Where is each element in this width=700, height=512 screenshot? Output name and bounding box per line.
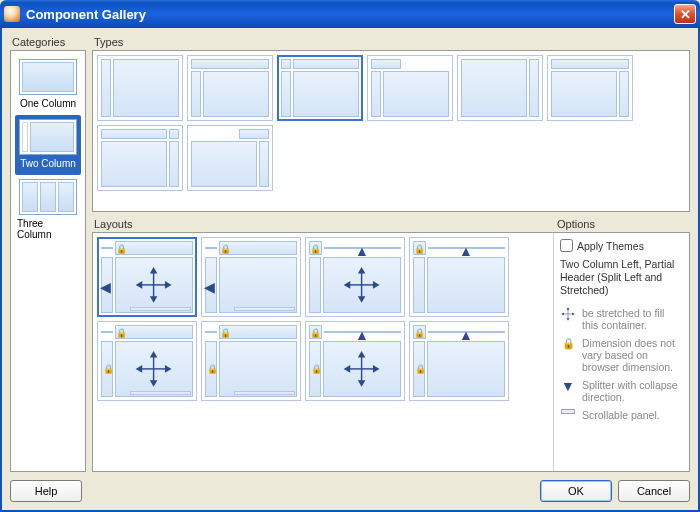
category-thumb	[19, 119, 77, 155]
svg-marker-21	[358, 380, 366, 387]
layout-description: Two Column Left, Partial Header (Split L…	[560, 258, 683, 297]
stretch-icon	[324, 258, 400, 312]
svg-marker-4	[136, 281, 143, 289]
legend-text: be stretched to fill this container.	[582, 307, 683, 331]
svg-marker-3	[150, 296, 158, 303]
category-item-two-column[interactable]: Two Column	[15, 115, 81, 175]
svg-marker-9	[358, 296, 366, 303]
type-item[interactable]	[97, 55, 183, 121]
category-label: One Column	[20, 98, 76, 109]
layout-item[interactable]: 🔒▲ 🔒	[409, 321, 509, 401]
lock-icon: 🔒	[116, 244, 127, 254]
apply-themes-input[interactable]	[560, 239, 573, 252]
legend-row: Scrollable panel.	[560, 409, 683, 421]
ok-button[interactable]: OK	[540, 480, 612, 502]
layouts-panel: 🔒 ◀ 🔒 ◀ 🔒▲	[93, 233, 554, 471]
type-item[interactable]	[187, 55, 273, 121]
legend-text: Scrollable panel.	[582, 409, 683, 421]
category-label: Three Column	[17, 218, 79, 240]
svg-marker-20	[358, 351, 366, 358]
title-bar: Component Gallery ✕	[0, 0, 700, 28]
help-button[interactable]: Help	[10, 480, 82, 502]
svg-marker-28	[561, 313, 563, 316]
lock-icon: 🔒	[310, 244, 321, 254]
stretch-icon	[116, 258, 192, 312]
category-label: Two Column	[20, 158, 76, 169]
layout-item[interactable]: 🔒 ◀	[201, 237, 301, 317]
stretch-icon	[560, 307, 576, 321]
splitter-up-icon: ▲	[459, 244, 473, 258]
layout-item[interactable]: 🔒 🔒	[97, 321, 197, 401]
layouts-grid: 🔒 ◀ 🔒 ◀ 🔒▲	[97, 237, 549, 401]
types-grid	[97, 55, 685, 191]
lock-icon: 🔒	[116, 328, 127, 338]
cancel-button[interactable]: Cancel	[618, 480, 690, 502]
type-item[interactable]	[367, 55, 453, 121]
options-label: Options	[555, 218, 690, 232]
lock-icon: 🔒	[310, 328, 321, 338]
window-title: Component Gallery	[26, 7, 146, 22]
types-label: Types	[92, 36, 690, 50]
lock-icon: 🔒	[220, 244, 231, 254]
lock-icon: 🔒	[414, 328, 425, 338]
svg-marker-8	[358, 267, 366, 274]
svg-marker-27	[567, 319, 570, 321]
lock-icon: 🔒	[220, 328, 231, 338]
lock-icon: 🔒	[415, 364, 426, 374]
splitter-up-icon: ▲	[355, 244, 369, 258]
main-row: Categories One Column Two Column Three C…	[10, 36, 690, 472]
apply-themes-checkbox[interactable]: Apply Themes	[560, 239, 683, 252]
svg-marker-23	[373, 365, 380, 373]
scrollbar-icon	[560, 409, 576, 414]
legend-row: ▼ Splitter with collapse direction.	[560, 379, 683, 403]
type-item[interactable]	[277, 55, 363, 121]
lock-icon: 🔒	[311, 364, 322, 374]
type-item[interactable]	[97, 125, 183, 191]
lock-icon: 🔒	[560, 337, 576, 350]
layout-item[interactable]: 🔒▲ 🔒	[305, 321, 405, 401]
svg-marker-14	[150, 351, 158, 358]
splitter-icon: ▼	[560, 379, 576, 393]
categories-panel: One Column Two Column Three Column	[10, 50, 86, 472]
svg-marker-17	[165, 365, 172, 373]
category-item-three-column[interactable]: Three Column	[15, 175, 81, 246]
button-bar: Help OK Cancel	[10, 472, 690, 502]
scrollbar-icon	[234, 307, 295, 311]
svg-marker-26	[567, 308, 570, 310]
lock-icon: 🔒	[414, 244, 425, 254]
right-column: Types	[92, 36, 690, 472]
lock-icon: 🔒	[207, 364, 218, 374]
splitter-left-icon: ◀	[204, 280, 215, 294]
layout-item[interactable]: 🔒 🔒	[201, 321, 301, 401]
legend-row: be stretched to fill this container.	[560, 307, 683, 331]
categories-label: Categories	[10, 36, 86, 50]
scrollbar-icon	[234, 391, 295, 395]
legend-row: 🔒 Dimension does not vary based on brows…	[560, 337, 683, 373]
layouts-row: 🔒 ◀ 🔒 ◀ 🔒▲	[92, 232, 690, 472]
close-button[interactable]: ✕	[674, 4, 696, 24]
apply-themes-label: Apply Themes	[577, 240, 644, 252]
legend: be stretched to fill this container. 🔒 D…	[560, 307, 683, 421]
type-item[interactable]	[457, 55, 543, 121]
splitter-up-icon: ▲	[355, 328, 369, 342]
categories-column: Categories One Column Two Column Three C…	[10, 36, 86, 472]
svg-marker-11	[373, 281, 380, 289]
svg-marker-5	[165, 281, 172, 289]
layout-item[interactable]: 🔒▲	[305, 237, 405, 317]
layout-item[interactable]: 🔒▲	[409, 237, 509, 317]
app-icon	[4, 6, 20, 22]
svg-marker-2	[150, 267, 158, 274]
type-item[interactable]	[187, 125, 273, 191]
scrollbar-icon	[130, 391, 191, 395]
svg-marker-22	[344, 365, 351, 373]
layouts-label: Layouts	[92, 218, 555, 232]
scrollbar-icon	[130, 307, 191, 311]
client-area: Categories One Column Two Column Three C…	[0, 28, 700, 512]
type-item[interactable]	[547, 55, 633, 121]
options-panel: Apply Themes Two Column Left, Partial He…	[554, 233, 689, 471]
splitter-up-icon: ▲	[459, 328, 473, 342]
stretch-icon	[116, 342, 192, 396]
layout-item[interactable]: 🔒 ◀	[97, 237, 197, 317]
category-item-one-column[interactable]: One Column	[15, 55, 81, 115]
close-icon: ✕	[680, 7, 691, 22]
